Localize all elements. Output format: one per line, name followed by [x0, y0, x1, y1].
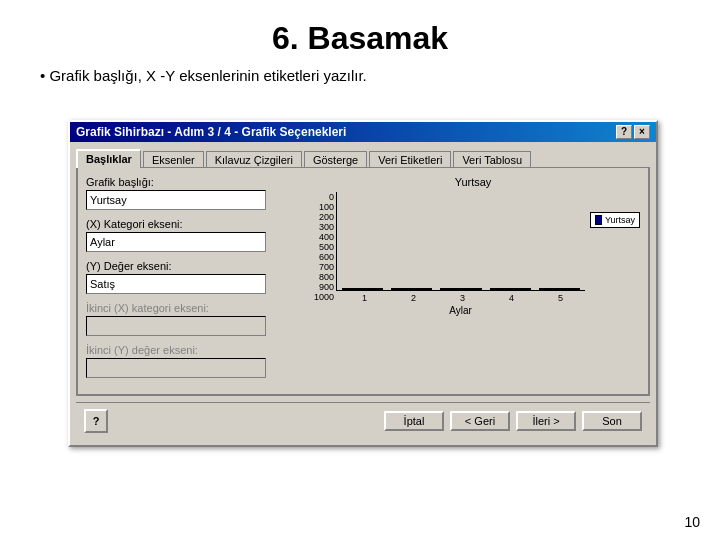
- tab-basliklar[interactable]: Başlıklar: [76, 149, 141, 168]
- help-titlebar-button[interactable]: ?: [616, 125, 632, 139]
- chart-bars: [337, 192, 585, 290]
- secondary-y-input[interactable]: [86, 358, 266, 378]
- bar-group-4: [490, 288, 531, 290]
- chart-plot: [336, 192, 585, 291]
- secondary-x-label: İkinci (X) kategori ekseni:: [86, 302, 296, 314]
- x-label-3: 3: [460, 293, 465, 303]
- tab-eksenler[interactable]: Eksenler: [143, 151, 204, 168]
- chart-x-axis-label: Aylar: [336, 305, 585, 316]
- secondary-y-group: İkinci (Y) değer ekseni:: [86, 344, 296, 378]
- x-category-group: (X) Kategori ekseni:: [86, 218, 296, 252]
- tab-panel: Grafik başlığı: (X) Kategori ekseni: (Y)…: [76, 167, 650, 396]
- dialog-titlebar: Grafik Sihirbazı - Adım 3 / 4 - Grafik S…: [70, 122, 656, 142]
- secondary-y-label: İkinci (Y) değer ekseni:: [86, 344, 296, 356]
- secondary-x-input[interactable]: [86, 316, 266, 336]
- chart-outer: 1000 900 800 700 600 500 400 300 200 100: [306, 192, 640, 316]
- form-panel: Grafik başlığı: (X) Kategori ekseni: (Y)…: [86, 176, 640, 386]
- footer-left: ?: [84, 409, 108, 433]
- dialog-title-text: Grafik Sihirbazı - Adım 3 / 4 - Grafik S…: [76, 125, 346, 139]
- next-button[interactable]: İleri >: [516, 411, 576, 431]
- chart-y-axis: 1000 900 800 700 600 500 400 300 200 100: [306, 192, 334, 316]
- cancel-button[interactable]: İptal: [384, 411, 444, 431]
- legend-label: Yurtsay: [605, 215, 635, 225]
- bar-1: [342, 288, 383, 290]
- y-value-group: (Y) Değer ekseni:: [86, 260, 296, 294]
- tab-veri-etiketleri[interactable]: Veri Etiketleri: [369, 151, 451, 168]
- x-category-label: (X) Kategori ekseni:: [86, 218, 296, 230]
- finish-button[interactable]: Son: [582, 411, 642, 431]
- y-value-input[interactable]: [86, 274, 266, 294]
- dialog-content: Başlıklar Eksenler Kılavuz Çizgileri Gös…: [70, 142, 656, 445]
- close-titlebar-button[interactable]: ×: [634, 125, 650, 139]
- x-category-input[interactable]: [86, 232, 266, 252]
- secondary-x-group: İkinci (X) kategori ekseni:: [86, 302, 296, 336]
- help-button[interactable]: ?: [84, 409, 108, 433]
- bar-2: [391, 288, 432, 290]
- bar-group-5: [539, 288, 580, 290]
- tabs-row: Başlıklar Eksenler Kılavuz Çizgileri Gös…: [76, 148, 650, 167]
- back-button[interactable]: < Geri: [450, 411, 510, 431]
- form-left: Grafik başlığı: (X) Kategori ekseni: (Y)…: [86, 176, 296, 386]
- bar-group-2: [391, 288, 432, 290]
- page-number: 10: [684, 514, 700, 530]
- y-value-label: (Y) Değer ekseni:: [86, 260, 296, 272]
- chart-preview-title: Yurtsay: [455, 176, 492, 188]
- x-label-4: 4: [509, 293, 514, 303]
- chart-legend: Yurtsay: [590, 212, 640, 228]
- titlebar-buttons: ? ×: [616, 125, 650, 139]
- dialog-footer: ? İptal < Geri İleri > Son: [76, 402, 650, 439]
- chart-title-input[interactable]: [86, 190, 266, 210]
- bar-group-3: [440, 288, 481, 290]
- x-label-2: 2: [411, 293, 416, 303]
- page-title: 6. Basamak: [0, 0, 720, 67]
- footer-right: İptal < Geri İleri > Son: [384, 411, 642, 431]
- bar-5: [539, 288, 580, 290]
- tab-veri-tablosu[interactable]: Veri Tablosu: [453, 151, 531, 168]
- chart-preview: Yurtsay 1000 900 800 700 600 500: [306, 176, 640, 386]
- chart-title-label: Grafik başlığı:: [86, 176, 296, 188]
- bar-group-1: [342, 288, 383, 290]
- chart-title-group: Grafik başlığı:: [86, 176, 296, 210]
- tab-kilavuz[interactable]: Kılavuz Çizgileri: [206, 151, 302, 168]
- x-label-5: 5: [558, 293, 563, 303]
- bar-4: [490, 288, 531, 290]
- bar-3: [440, 288, 481, 290]
- tab-gosterge[interactable]: Gösterge: [304, 151, 367, 168]
- subtitle-text: Grafik başlığı, X -Y eksenlerinin etiket…: [0, 67, 720, 96]
- legend-color-box: [595, 215, 602, 225]
- dialog-window: Grafik Sihirbazı - Adım 3 / 4 - Grafik S…: [68, 120, 658, 447]
- x-label-1: 1: [362, 293, 367, 303]
